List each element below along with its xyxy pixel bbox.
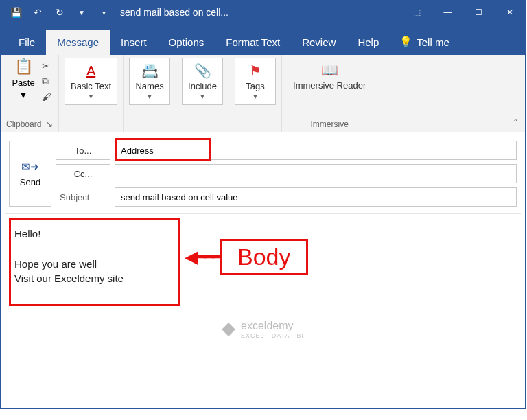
- tab-format-text[interactable]: Format Text: [215, 30, 291, 55]
- collapse-ribbon-icon[interactable]: ˄: [506, 55, 525, 132]
- body-line-1: Hello!: [14, 226, 179, 242]
- tags-label: Tags: [246, 81, 264, 91]
- chevron-down-icon: ▼: [19, 90, 28, 100]
- ribbon-tabs: File Message Insert Options Format Text …: [1, 24, 525, 55]
- qat-menu-icon[interactable]: ▾: [94, 3, 113, 22]
- names-button[interactable]: 📇 Names ▼: [129, 58, 170, 105]
- undo-icon[interactable]: ↶: [28, 3, 47, 22]
- tell-me-label: Tell me: [417, 36, 449, 48]
- cc-field[interactable]: [115, 164, 517, 183]
- tab-options[interactable]: Options: [158, 30, 215, 55]
- quick-access-toolbar: 💾 ↶ ↻ ▼ ▾: [1, 3, 113, 22]
- tab-help[interactable]: Help: [347, 30, 390, 55]
- tab-review[interactable]: Review: [291, 30, 347, 55]
- group-tags: ⚑ Tags ▼: [229, 55, 282, 132]
- outlook-window: 💾 ↶ ↻ ▼ ▾ send mail based on cell... ⬚ —…: [0, 0, 526, 409]
- body-line-3: Visit our Exceldemy site: [14, 271, 179, 286]
- flag-icon: ⚑: [249, 62, 261, 79]
- body-line-2: Hope you are well: [14, 257, 179, 272]
- book-speaker-icon: 📖: [321, 62, 338, 78]
- ribbon: 📋 Paste ▼ ✂ ⧉ 🖌 Clipboard ↘ A Basic: [1, 55, 525, 132]
- tell-me[interactable]: 💡 Tell me: [390, 29, 459, 55]
- immersive-reader-label: Immersive Reader: [293, 80, 366, 91]
- format-painter-icon[interactable]: 🖌: [42, 91, 51, 102]
- to-value: Address: [121, 145, 154, 156]
- maximize-icon[interactable]: ☐: [463, 1, 494, 24]
- compose-area: ✉➜ Send To... Address Cc... Subject send…: [1, 132, 525, 376]
- clipboard-icon: 📋: [14, 58, 33, 75]
- annotation-body-text: Body: [220, 239, 308, 275]
- names-label: Names: [135, 81, 163, 91]
- send-button[interactable]: ✉➜ Send: [9, 141, 51, 207]
- basic-text-label: Basic Text: [71, 81, 111, 91]
- chevron-down-icon: ▼: [147, 93, 153, 100]
- basic-text-group-label: [90, 118, 92, 130]
- message-body[interactable]: Hello! Hope you are well Visit our Excel…: [5, 214, 521, 372]
- include-label: Include: [188, 81, 217, 91]
- redo-icon[interactable]: ↻: [50, 3, 69, 22]
- tags-button[interactable]: ⚑ Tags ▼: [235, 58, 276, 105]
- immersive-group-label: Immersive: [310, 118, 348, 130]
- subject-field[interactable]: send mail based on cell value: [115, 187, 517, 207]
- cc-button[interactable]: Cc...: [56, 164, 110, 183]
- arrow-left-icon: ◀━━━: [185, 246, 220, 268]
- chevron-down-icon[interactable]: ▼: [72, 3, 91, 22]
- address-book-icon: 📇: [141, 62, 159, 79]
- group-names: 📇 Names ▼: [124, 55, 176, 132]
- chevron-down-icon: ▼: [253, 93, 259, 100]
- group-include: 📎 Include ▼: [176, 55, 229, 132]
- body-text: Hello! Hope you are well Visit our Excel…: [14, 226, 179, 286]
- titlebar: 💾 ↶ ↻ ▼ ▾ send mail based on cell... ⬚ —…: [1, 1, 525, 24]
- watermark-logo-icon: [222, 323, 235, 336]
- include-button[interactable]: 📎 Include ▼: [182, 58, 223, 105]
- subject-value: send mail based on cell value: [121, 192, 238, 202]
- to-button[interactable]: To...: [56, 141, 110, 160]
- tab-message[interactable]: Message: [46, 30, 110, 55]
- annotation-body-label: ◀━━━ Body: [185, 239, 308, 275]
- envelope-send-icon: ✉➜: [21, 161, 39, 173]
- cut-icon[interactable]: ✂: [42, 60, 51, 71]
- send-label: Send: [20, 177, 40, 187]
- watermark-sub: EXCEL · DATA · BI: [241, 332, 304, 339]
- tab-file[interactable]: File: [8, 30, 46, 55]
- close-icon[interactable]: ✕: [494, 1, 525, 24]
- tab-insert[interactable]: Insert: [110, 30, 158, 55]
- minimize-icon[interactable]: —: [432, 1, 463, 24]
- watermark-name: exceldemy: [241, 320, 293, 331]
- group-basic-text: A Basic Text ▼: [59, 55, 124, 132]
- font-icon: A: [86, 62, 95, 79]
- lightbulb-icon: 💡: [399, 36, 412, 48]
- immersive-reader-button[interactable]: 📖 Immersive Reader: [288, 58, 371, 95]
- group-clipboard: 📋 Paste ▼ ✂ ⧉ 🖌 Clipboard ↘: [1, 55, 59, 132]
- chevron-down-icon: ▼: [200, 93, 206, 100]
- subject-label: Subject: [56, 192, 110, 202]
- chevron-down-icon: ▼: [88, 93, 94, 100]
- paste-label: Paste: [12, 78, 34, 88]
- clipboard-group-label: Clipboard ↘: [6, 118, 53, 130]
- paste-button[interactable]: 📋 Paste ▼ ✂ ⧉ 🖌: [6, 58, 53, 105]
- window-title: send mail based on cell...: [113, 7, 401, 18]
- group-immersive: 📖 Immersive Reader Immersive: [282, 55, 377, 132]
- ribbon-display-icon[interactable]: ⬚: [401, 1, 432, 24]
- basic-text-button[interactable]: A Basic Text ▼: [65, 58, 117, 105]
- watermark: exceldemy EXCEL · DATA · BI: [222, 320, 304, 339]
- copy-icon[interactable]: ⧉: [42, 75, 51, 87]
- save-icon[interactable]: 💾: [6, 3, 25, 22]
- to-field[interactable]: Address: [115, 141, 517, 160]
- paperclip-icon: 📎: [194, 62, 211, 79]
